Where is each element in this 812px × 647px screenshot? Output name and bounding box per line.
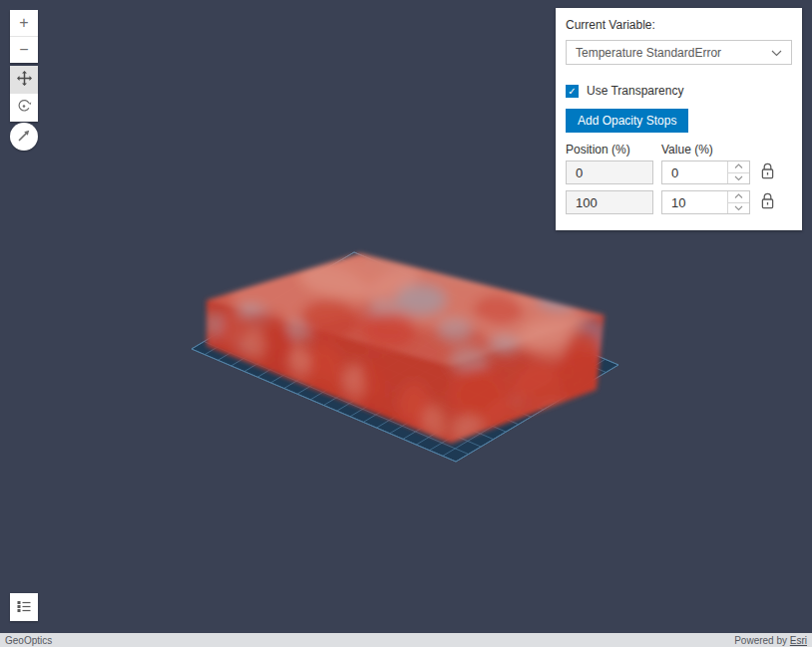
- current-variable-label: Current Variable:: [566, 18, 792, 32]
- esri-link[interactable]: Esri: [790, 635, 807, 646]
- value-decrement-button-1[interactable]: [728, 203, 749, 214]
- attribution-source: GeoOptics: [5, 635, 52, 646]
- value-spinner-0: [727, 162, 749, 183]
- rotate-icon: [16, 98, 32, 118]
- add-opacity-stops-button[interactable]: Add Opacity Stops: [566, 109, 688, 133]
- scene-viewer-app: + −: [0, 0, 812, 647]
- powered-by-text: Powered by: [734, 635, 790, 646]
- chevron-down-icon: [771, 46, 782, 60]
- attribution-bar: GeoOptics Powered by Esri: [0, 633, 812, 647]
- lock-icon: [759, 191, 776, 213]
- legend-toggle-button[interactable]: [10, 593, 38, 621]
- value-increment-button-1[interactable]: [728, 191, 749, 203]
- variable-select[interactable]: Temperature StandardError: [566, 40, 792, 65]
- navigation-mode-widget: [10, 66, 38, 122]
- stops-headers: Position (%) Value (%): [566, 143, 792, 157]
- value-header: Value (%): [661, 143, 713, 157]
- variable-select-value: Temperature StandardError: [576, 46, 721, 60]
- position-header: Position (%): [566, 143, 661, 157]
- value-input-1[interactable]: [662, 191, 727, 213]
- pan-icon: [16, 70, 33, 91]
- compass-arrow-icon: [13, 125, 35, 150]
- zoom-widget: + −: [10, 10, 38, 63]
- lock-stop-button-1[interactable]: [757, 191, 777, 213]
- lock-icon: [759, 162, 776, 183]
- value-input-0[interactable]: [662, 162, 727, 183]
- value-spinner-1: [727, 191, 749, 213]
- value-input-group-0: [661, 161, 750, 184]
- opacity-stop-row: [566, 190, 792, 214]
- value-decrement-button-0[interactable]: [728, 173, 749, 184]
- use-transparency-row: ✓ Use Transparency: [566, 84, 792, 98]
- zoom-in-button[interactable]: +: [10, 10, 38, 36]
- value-input-group-1: [661, 190, 750, 214]
- use-transparency-label: Use Transparency: [587, 84, 683, 98]
- rotate-mode-button[interactable]: [10, 94, 38, 122]
- compass-button[interactable]: [10, 123, 38, 151]
- value-increment-button-0[interactable]: [728, 162, 749, 173]
- opacity-settings-panel: Current Variable: Temperature StandardEr…: [556, 8, 802, 230]
- use-transparency-checkbox[interactable]: ✓: [566, 85, 579, 98]
- legend-list-icon: [16, 598, 32, 617]
- position-input-1[interactable]: [566, 190, 653, 214]
- powered-by: Powered by Esri: [734, 635, 807, 646]
- lock-stop-button-0[interactable]: [757, 162, 777, 183]
- pan-mode-button[interactable]: [10, 66, 38, 94]
- opacity-stop-row: [566, 161, 792, 184]
- position-input-0[interactable]: [566, 161, 653, 184]
- zoom-out-button[interactable]: −: [10, 37, 38, 63]
